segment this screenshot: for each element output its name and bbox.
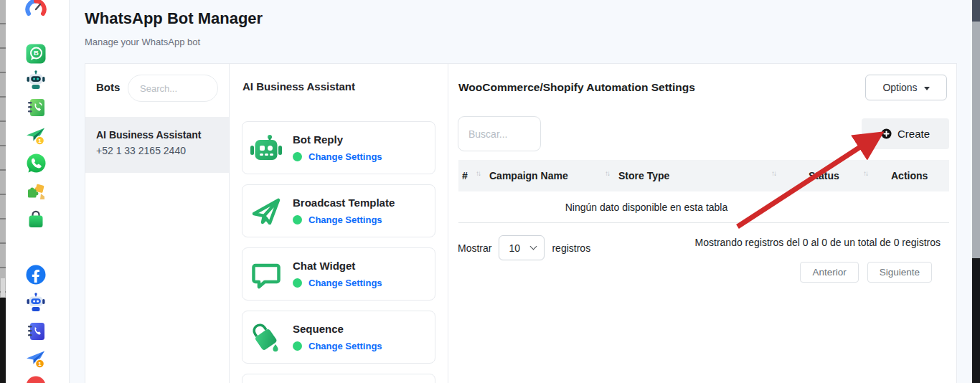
- create-button[interactable]: Create: [862, 118, 949, 149]
- whatsapp-bot-manager-screen: B: [0, 0, 980, 383]
- card-broadcast-template[interactable]: Broadcast Template Change Settings: [242, 184, 435, 237]
- card-title: Chat Widget: [293, 260, 355, 272]
- page-title: WhatsApp Bot Manager: [85, 9, 263, 28]
- divider-bots-assistant: [229, 64, 230, 383]
- card-sequence[interactable]: Sequence Change Settings: [242, 311, 435, 364]
- badge-count: 1: [38, 138, 42, 144]
- page-size-control: Mostrar 10 registros: [458, 235, 590, 260]
- bot-name: AI Business Assistant: [96, 129, 218, 141]
- pagination-buttons: Anterior Siguiente: [800, 262, 932, 283]
- create-button-label: Create: [897, 128, 930, 140]
- table-header-row: # ↑↓ Campaign Name ↑↓ Store Type ↑↓ Stat…: [458, 160, 949, 192]
- card-bot-reply[interactable]: Bot Reply Change Settings: [242, 121, 435, 174]
- bot-blue-icon[interactable]: [25, 292, 47, 313]
- sort-icon[interactable]: ↑↓: [863, 169, 867, 177]
- plus-circle-icon: [881, 128, 892, 139]
- chevron-down-icon: [924, 87, 930, 90]
- wab-letter: B: [34, 49, 39, 57]
- app-icon-sidebar: B: [6, 0, 70, 383]
- broadcast-template-icon: [249, 194, 283, 229]
- shop-bag-icon[interactable]: [25, 209, 47, 230]
- whatsapp-icon[interactable]: [25, 153, 47, 174]
- change-settings-link[interactable]: Change Settings: [308, 278, 382, 288]
- badge-count: 1: [38, 361, 42, 367]
- bot-phone: +52 1 33 2165 2440: [96, 145, 218, 156]
- left-edge-dark-region: [0, 298, 6, 383]
- left-window-edge: [0, 0, 6, 383]
- change-settings-link[interactable]: Change Settings: [308, 151, 382, 162]
- card-title: Bot Reply: [293, 133, 343, 146]
- dashboard-gauge-icon[interactable]: [25, 0, 47, 20]
- assistant-panel-title: AI Business Assistant: [242, 80, 355, 93]
- page-scrollbar[interactable]: [972, 0, 980, 383]
- column-header-campaign-name[interactable]: Campaign Name ↑↓: [486, 160, 615, 192]
- next-button[interactable]: Siguiente: [867, 262, 932, 283]
- bots-panel-title: Bots: [96, 81, 120, 93]
- column-header-actions: Actions: [873, 160, 949, 192]
- main-card: Bots AI Business Assistant +52 1 33 2165…: [85, 63, 957, 383]
- sort-icon[interactable]: ↑↓: [605, 169, 609, 177]
- table-empty-message: Ningún dato disponible en esta tabla: [458, 192, 949, 223]
- notification-red-icon[interactable]: [25, 375, 47, 383]
- status-dot: [293, 341, 302, 351]
- broadcast-blue-icon[interactable]: 1: [25, 349, 47, 370]
- card-title: Broadcast Template: [293, 197, 395, 209]
- left-edge-notch: [1, 278, 5, 297]
- chevron-down-icon: [530, 243, 537, 250]
- bot-list-item[interactable]: AI Business Assistant +52 1 33 2165 2440: [85, 117, 229, 173]
- records-info-text: Mostrando registros del 0 al 0 de un tot…: [695, 237, 941, 248]
- scrollbar-thumb[interactable]: [972, 0, 980, 22]
- status-dot: [293, 215, 302, 224]
- facebook-icon[interactable]: [25, 264, 47, 285]
- column-header-index[interactable]: # ↑↓: [458, 160, 486, 192]
- table-search-input[interactable]: [458, 116, 541, 151]
- column-header-status[interactable]: Status ↑↓: [781, 160, 873, 192]
- right-edge-dark-region: [972, 258, 980, 383]
- card-title: Sequence: [293, 323, 344, 335]
- page-size-select[interactable]: 10: [499, 235, 545, 260]
- status-dot: [293, 152, 302, 161]
- left-edge-ticks: [0, 0, 6, 294]
- change-settings-link[interactable]: Change Settings: [308, 214, 382, 225]
- contacts-blue-icon[interactable]: [25, 321, 47, 342]
- broadcast-green-icon[interactable]: 1: [25, 126, 47, 147]
- sort-icon[interactable]: ↑↓: [476, 169, 480, 177]
- bot-teal-icon[interactable]: [25, 70, 47, 91]
- column-header-store-type[interactable]: Store Type ↑↓: [615, 160, 781, 192]
- page-size-value: 10: [509, 242, 520, 254]
- options-button[interactable]: Options: [865, 75, 947, 100]
- status-dot: [293, 278, 302, 288]
- card-partial[interactable]: [242, 374, 435, 383]
- records-label: registros: [552, 242, 590, 254]
- card-chat-widget[interactable]: Chat Widget Change Settings: [242, 247, 435, 301]
- options-button-label: Options: [882, 82, 917, 93]
- contacts-green-icon[interactable]: [25, 97, 47, 118]
- sort-icon[interactable]: ↑↓: [771, 169, 776, 177]
- bots-search-input[interactable]: [128, 75, 218, 102]
- integrations-puzzle-icon[interactable]: [25, 181, 47, 202]
- whatsapp-business-icon[interactable]: B: [25, 43, 47, 65]
- sequence-icon: [249, 321, 283, 355]
- previous-button[interactable]: Anterior: [800, 262, 858, 283]
- show-label: Mostrar: [458, 242, 491, 254]
- bot-reply-icon: [249, 131, 283, 166]
- change-settings-link[interactable]: Change Settings: [308, 341, 382, 351]
- page-subtitle: Manage your WhatsApp bot: [85, 37, 200, 47]
- automation-panel-title: WooCommerce/Shopify Automation Settings: [458, 81, 695, 94]
- divider-assistant-automation: [448, 64, 448, 383]
- chat-widget-icon: [249, 257, 283, 292]
